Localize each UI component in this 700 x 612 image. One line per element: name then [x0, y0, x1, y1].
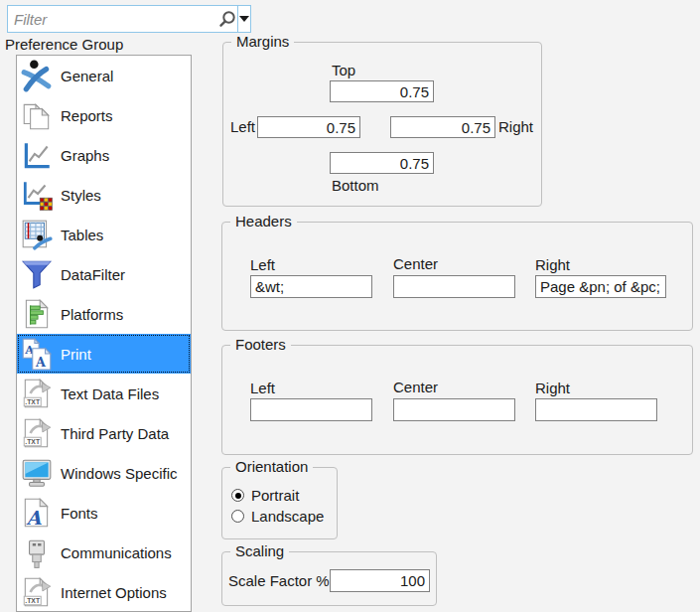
sidebar-item-styles[interactable]: Styles [17, 175, 191, 215]
margin-left-input[interactable] [257, 116, 360, 138]
radio-selected-icon [231, 489, 244, 502]
monitor-icon [20, 456, 54, 490]
sidebar-item-internet-options[interactable]: .TXT Internet Options [17, 572, 191, 612]
jmp-person-icon [20, 59, 54, 92]
orientation-options: PortraitLandscape [231, 485, 324, 527]
sidebar-item-reports[interactable]: Reports [17, 95, 191, 135]
radio-portrait[interactable]: Portrait [231, 485, 324, 506]
bar-report-icon [20, 297, 54, 331]
scale-factor-input[interactable] [330, 569, 430, 592]
footer-center-label: Center [393, 379, 438, 395]
print-pages-icon: A A [20, 337, 54, 371]
headers-legend: Headers [230, 213, 297, 230]
sidebar-item-label: Graphs [61, 147, 109, 164]
preference-group-title: Preference Group [5, 36, 123, 53]
table-icon [20, 218, 54, 251]
sidebar-item-datafilter[interactable]: DataFilter [17, 254, 191, 294]
sidebar-item-label: Tables [61, 227, 103, 243]
margins-legend: Margins [231, 33, 294, 50]
sidebar-item-communications[interactable]: Communications [17, 533, 191, 572]
svg-text:A: A [25, 507, 42, 530]
footer-right-input[interactable] [535, 398, 657, 421]
header-right-label: Right [535, 256, 570, 273]
footers-legend: Footers [230, 336, 291, 353]
radio-label: Landscape [251, 508, 324, 525]
usb-icon [20, 536, 54, 569]
header-left-label: Left [250, 256, 275, 273]
footer-left-label: Left [250, 380, 275, 396]
header-right-input[interactable] [535, 275, 666, 298]
preferences-window: Preference Group General Reports Graphs … [0, 0, 700, 612]
sidebar-item-label: DataFilter [61, 266, 125, 283]
svg-text:.TXT: .TXT [25, 438, 41, 445]
sidebar-item-label: Communications [61, 544, 172, 561]
sidebar-item-third-party-data[interactable]: .TXT Third Party Data [17, 413, 191, 453]
sidebar-item-label: Windows Specific [61, 465, 178, 482]
svg-text:.TXT: .TXT [25, 597, 41, 604]
margin-bottom-input[interactable] [330, 152, 434, 174]
font-page-icon: A [20, 496, 54, 530]
sidebar-item-label: Third Party Data [61, 425, 169, 442]
filter-input[interactable] [8, 6, 217, 32]
sidebar-item-label: Reports [61, 107, 113, 124]
documents-icon [20, 98, 54, 132]
header-left-input[interactable] [250, 275, 372, 298]
sidebar-item-label: Fonts [61, 505, 98, 522]
footer-left-input[interactable] [250, 398, 372, 421]
chevron-down-icon [239, 16, 249, 22]
margin-bottom-label: Bottom [332, 177, 379, 194]
funnel-icon [20, 257, 54, 291]
filter-dropdown-button[interactable] [238, 6, 250, 32]
header-center-input[interactable] [393, 275, 515, 298]
sidebar-item-label: Text Data Files [61, 385, 159, 402]
radio-label: Portrait [251, 487, 299, 504]
sidebar-item-label: Internet Options [61, 584, 167, 601]
filter-box [7, 5, 251, 33]
margin-right-label: Right [498, 118, 533, 135]
orientation-legend: Orientation [230, 458, 313, 475]
svg-text:A: A [35, 355, 47, 370]
sidebar-item-text-data-files[interactable]: .TXT Text Data Files [17, 374, 191, 413]
txt-file-icon: .TXT [20, 416, 54, 450]
sidebar-item-graphs[interactable]: Graphs [17, 135, 191, 175]
chart-style-icon [20, 178, 54, 212]
margin-left-label: Left [230, 118, 255, 135]
search-icon[interactable] [217, 6, 237, 32]
radio-unselected-icon [231, 510, 244, 523]
sidebar-item-fonts[interactable]: A Fonts [17, 493, 191, 533]
sidebar-item-label: Print [61, 346, 91, 363]
sidebar-item-print[interactable]: A A Print [17, 334, 191, 374]
header-center-label: Center [393, 255, 438, 272]
txt-file-icon: .TXT [20, 575, 54, 609]
sidebar-item-general[interactable]: General [17, 56, 191, 95]
sidebar-item-platforms[interactable]: Platforms [17, 294, 191, 334]
margin-top-input[interactable] [330, 80, 434, 102]
sidebar-item-label: Styles [61, 187, 101, 204]
footer-center-input[interactable] [393, 398, 515, 421]
line-chart-icon [20, 138, 54, 172]
svg-text:.TXT: .TXT [25, 398, 41, 405]
scaling-legend: Scaling [230, 542, 289, 559]
preference-group-list: General Reports Graphs Styles [16, 55, 192, 612]
sidebar-item-windows-specific[interactable]: Windows Specific [17, 453, 191, 493]
sidebar-item-tables[interactable]: Tables [17, 215, 191, 254]
radio-landscape[interactable]: Landscape [231, 506, 324, 527]
margin-top-label: Top [332, 62, 355, 78]
scale-factor-label: Scale Factor % [228, 572, 330, 589]
footer-right-label: Right [535, 380, 570, 396]
margin-right-input[interactable] [390, 116, 495, 138]
sidebar-item-label: General [61, 68, 113, 84]
sidebar-item-label: Platforms [61, 306, 123, 323]
txt-file-icon: .TXT [20, 377, 54, 410]
